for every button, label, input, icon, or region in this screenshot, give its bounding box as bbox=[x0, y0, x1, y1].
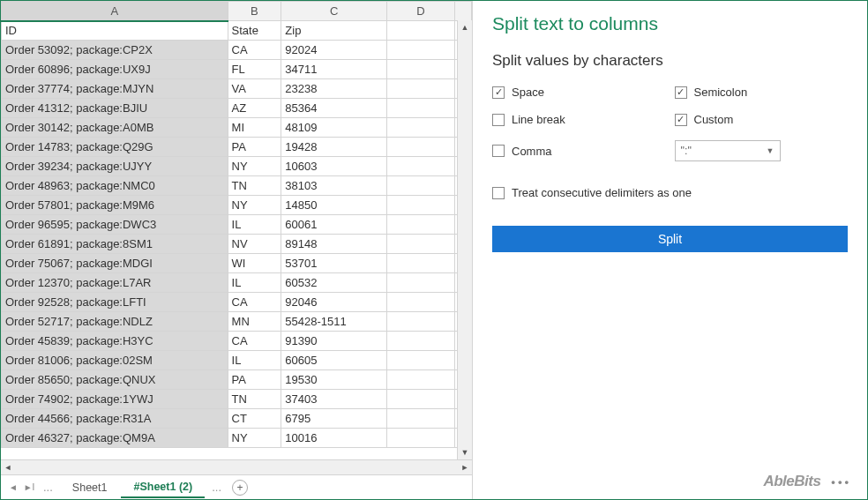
table-row[interactable]: Order 48963; package:NMC0TN38103 bbox=[2, 176, 472, 196]
vertical-scrollbar[interactable]: ▲ ▼ bbox=[457, 20, 472, 459]
scroll-left-arrow[interactable]: ◄ bbox=[1, 463, 15, 472]
cell[interactable]: 34711 bbox=[281, 60, 386, 79]
table-row[interactable]: Order 81006; package:02SMIL60605 bbox=[2, 351, 472, 370]
cell[interactable]: 60532 bbox=[281, 273, 386, 293]
cell[interactable] bbox=[386, 41, 454, 60]
cell[interactable]: Order 92528; package:LFTI bbox=[2, 293, 228, 312]
cell[interactable]: MI bbox=[228, 118, 281, 138]
tabs-overflow-left[interactable]: ... bbox=[38, 481, 58, 494]
cell[interactable]: TN bbox=[228, 390, 281, 409]
cell[interactable]: Order 44566; package:R31A bbox=[2, 409, 228, 429]
cell[interactable] bbox=[386, 138, 454, 157]
cell[interactable]: CA bbox=[228, 332, 281, 351]
cell[interactable]: CT bbox=[228, 409, 281, 429]
checkbox-space[interactable]: Space bbox=[492, 86, 666, 99]
table-row[interactable]: Order 46327; package:QM9ANY10016 bbox=[2, 429, 472, 448]
cell[interactable]: Order 45839; package:H3YC bbox=[2, 332, 228, 351]
cell[interactable] bbox=[386, 196, 454, 215]
scroll-down-arrow[interactable]: ▼ bbox=[458, 445, 472, 459]
cell[interactable]: Order 30142; package:A0MB bbox=[2, 118, 228, 138]
cell[interactable]: NV bbox=[228, 235, 281, 254]
cell[interactable]: PA bbox=[228, 370, 281, 390]
table-row[interactable]: Order 60896; package:UX9JFL34711 bbox=[2, 60, 472, 79]
cell[interactable]: 92024 bbox=[281, 41, 386, 60]
scroll-up-arrow[interactable]: ▲ bbox=[458, 20, 472, 34]
cell[interactable]: FL bbox=[228, 60, 281, 79]
more-menu-icon[interactable]: ••• bbox=[831, 475, 851, 489]
cell[interactable]: NY bbox=[228, 429, 281, 448]
add-sheet-button[interactable]: + bbox=[232, 480, 248, 496]
horizontal-scrollbar[interactable]: ◄ ► bbox=[1, 459, 472, 474]
cell[interactable]: 23238 bbox=[281, 79, 386, 99]
cell[interactable] bbox=[386, 176, 454, 196]
cell[interactable]: 55428-1511 bbox=[281, 312, 386, 332]
tabs-overflow-right[interactable]: ... bbox=[206, 481, 227, 494]
cell[interactable]: VA bbox=[228, 79, 281, 99]
cell[interactable]: 37403 bbox=[281, 390, 386, 409]
table-row[interactable]: Order 30142; package:A0MBMI48109 bbox=[2, 118, 472, 138]
tab-nav-prev[interactable]: ►I bbox=[22, 482, 36, 492]
tab-sheet1[interactable]: Sheet1 bbox=[60, 478, 120, 497]
cell[interactable]: IL bbox=[228, 215, 281, 235]
cell[interactable]: 60605 bbox=[281, 351, 386, 370]
cell[interactable]: TN bbox=[228, 176, 281, 196]
cell[interactable]: State bbox=[228, 21, 281, 41]
cell[interactable]: Order 75067; package:MDGI bbox=[2, 254, 228, 273]
split-button[interactable]: Split bbox=[492, 226, 848, 252]
checkbox-custom[interactable]: Custom bbox=[675, 113, 849, 126]
cell[interactable] bbox=[386, 60, 454, 79]
cell[interactable]: NY bbox=[228, 157, 281, 176]
cell[interactable]: Zip bbox=[281, 21, 386, 41]
checkbox-linebreak[interactable]: Line break bbox=[492, 113, 666, 126]
table-row[interactable]: Order 74902; package:1YWJTN37403 bbox=[2, 390, 472, 409]
cell[interactable]: AZ bbox=[228, 99, 281, 118]
cell[interactable]: IL bbox=[228, 351, 281, 370]
cell[interactable] bbox=[386, 312, 454, 332]
cell[interactable]: 92046 bbox=[281, 293, 386, 312]
cell[interactable]: Order 41312; package:BJIU bbox=[2, 99, 228, 118]
cell[interactable]: 91390 bbox=[281, 332, 386, 351]
table-row[interactable]: Order 39234; package:UJYYNY10603 bbox=[2, 157, 472, 176]
data-grid[interactable]: A B C D IDStateZipOrder 53092; package:C… bbox=[1, 1, 472, 448]
cell[interactable] bbox=[386, 332, 454, 351]
table-row[interactable]: Order 57801; package:M9M6NY14850 bbox=[2, 196, 472, 215]
cell[interactable]: Order 46327; package:QM9A bbox=[2, 429, 228, 448]
cell[interactable]: MN bbox=[228, 312, 281, 332]
cell[interactable]: 48109 bbox=[281, 118, 386, 138]
table-row[interactable]: Order 45839; package:H3YCCA91390 bbox=[2, 332, 472, 351]
cell[interactable]: 19428 bbox=[281, 138, 386, 157]
table-row[interactable]: Order 12370; package:L7ARIL60532 bbox=[2, 273, 472, 293]
table-row[interactable]: Order 75067; package:MDGIWI53701 bbox=[2, 254, 472, 273]
col-header-b[interactable]: B bbox=[228, 2, 281, 21]
cell[interactable] bbox=[386, 235, 454, 254]
cell[interactable] bbox=[386, 409, 454, 429]
checkbox-treat-consecutive[interactable]: Treat consecutive delimiters as one bbox=[492, 186, 848, 199]
cell[interactable] bbox=[386, 293, 454, 312]
table-row[interactable]: Order 52717; package:NDLZMN55428-1511 bbox=[2, 312, 472, 332]
cell[interactable]: Order 39234; package:UJYY bbox=[2, 157, 228, 176]
cell[interactable] bbox=[386, 370, 454, 390]
tab-nav-first[interactable]: ◄ bbox=[6, 482, 20, 492]
cell[interactable] bbox=[386, 429, 454, 448]
table-row[interactable]: Order 53092; package:CP2XCA92024 bbox=[2, 41, 472, 60]
cell[interactable] bbox=[386, 273, 454, 293]
cell[interactable]: Order 60896; package:UX9J bbox=[2, 60, 228, 79]
table-row[interactable]: Order 44566; package:R31ACT6795 bbox=[2, 409, 472, 429]
cell[interactable] bbox=[386, 118, 454, 138]
cell[interactable]: Order 61891; package:8SM1 bbox=[2, 235, 228, 254]
cell[interactable]: NY bbox=[228, 196, 281, 215]
cell[interactable] bbox=[386, 215, 454, 235]
table-row[interactable]: Order 92528; package:LFTICA92046 bbox=[2, 293, 472, 312]
cell[interactable]: ID bbox=[2, 21, 228, 41]
cell[interactable] bbox=[386, 21, 454, 41]
cell[interactable]: Order 74902; package:1YWJ bbox=[2, 390, 228, 409]
table-row[interactable]: Order 14783; package:Q29GPA19428 bbox=[2, 138, 472, 157]
cell[interactable]: Order 37774; package:MJYN bbox=[2, 79, 228, 99]
cell[interactable] bbox=[386, 157, 454, 176]
cell[interactable] bbox=[386, 254, 454, 273]
cell[interactable]: PA bbox=[228, 138, 281, 157]
table-row[interactable]: Order 41312; package:BJIUAZ85364 bbox=[2, 99, 472, 118]
cell[interactable]: Order 81006; package:02SM bbox=[2, 351, 228, 370]
table-row[interactable]: Order 85650; package:QNUXPA19530 bbox=[2, 370, 472, 390]
col-header-c[interactable]: C bbox=[281, 2, 386, 21]
